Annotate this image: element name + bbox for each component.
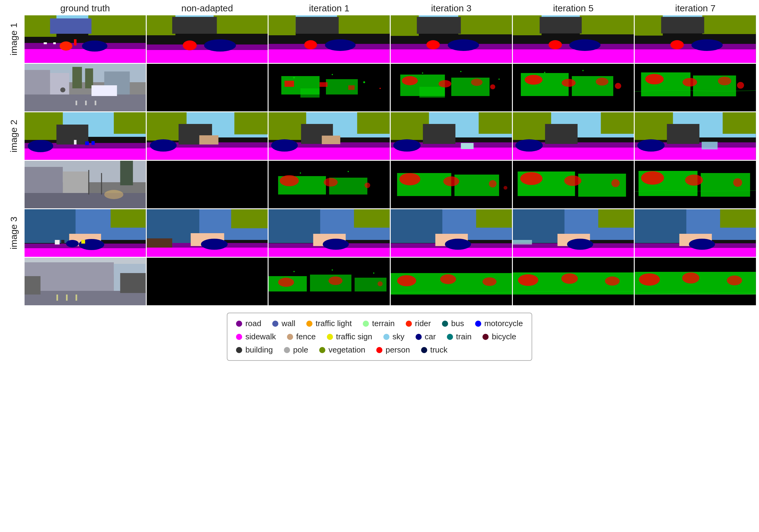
legend-row-2: sidewalk fence traffic sign sky car trai…: [236, 332, 523, 341]
svg-rect-24: [337, 15, 390, 34]
img1-iter7-seg: [635, 15, 756, 63]
svg-rect-109: [74, 140, 76, 144]
svg-rect-48: [702, 15, 756, 34]
row-label-image1: image 1: [9, 23, 19, 56]
svg-point-244: [332, 269, 333, 271]
svg-rect-12: [147, 15, 175, 35]
svg-point-17: [204, 39, 236, 52]
svg-point-53: [671, 40, 684, 49]
svg-point-168: [489, 180, 497, 187]
svg-rect-119: [268, 112, 306, 140]
svg-point-251: [518, 274, 538, 286]
svg-point-240: [278, 278, 294, 287]
img2-iter7-seg: [635, 112, 756, 160]
legend-item-vegetation: vegetation: [319, 345, 365, 355]
image3-seg-row: [24, 209, 756, 257]
legend-dot-motorcycle: [475, 321, 481, 327]
svg-rect-15: [147, 49, 268, 63]
svg-rect-215: [598, 209, 634, 228]
svg-rect-181: [24, 209, 75, 243]
svg-point-245: [373, 272, 375, 274]
legend-dot-road: [236, 321, 242, 327]
legend-item-bicycle: bicycle: [482, 332, 516, 341]
svg-point-6: [82, 41, 107, 52]
legend-dot-fence: [287, 334, 293, 340]
svg-point-155: [104, 190, 123, 199]
svg-point-98: [718, 77, 731, 85]
svg-point-161: [365, 182, 371, 188]
img3-iter7-error: [635, 258, 756, 305]
svg-point-85: [499, 79, 499, 80]
svg-rect-56: [50, 73, 69, 95]
svg-point-162: [300, 172, 301, 174]
svg-rect-125: [322, 135, 340, 144]
svg-rect-50: [635, 49, 756, 63]
img1-iter1-seg: [268, 15, 390, 63]
legend-dot-bus: [442, 321, 448, 327]
svg-rect-143: [723, 112, 756, 134]
img1-nonadapt-seg: [147, 15, 268, 63]
img1-iter3-seg: [391, 15, 512, 63]
img3-iter7-seg: [635, 209, 756, 257]
legend-dot-traffic-light: [306, 321, 312, 327]
legend-item-wall: wall: [272, 319, 295, 328]
legend-row-3: building pole vegetation person truck: [236, 345, 523, 355]
img2-gt-seg: [24, 112, 146, 160]
svg-point-29: [304, 40, 317, 49]
svg-rect-139: [545, 124, 578, 144]
svg-point-116: [150, 139, 177, 152]
legend-item-traffic-sign: traffic sign: [327, 332, 372, 341]
legend-item-bus: bus: [442, 319, 464, 328]
legend-item-motorcycle: motorcycle: [475, 319, 523, 328]
svg-rect-33: [417, 17, 461, 34]
img2-iter5-seg: [513, 112, 634, 160]
side-labels: image 1 image 2 image 3: [3, 15, 24, 305]
col-header-iter7: iteration 7: [635, 3, 756, 14]
img3-iter1-error: [268, 258, 390, 305]
svg-rect-108: [92, 141, 95, 145]
svg-rect-68: [300, 88, 319, 97]
svg-point-252: [561, 273, 578, 284]
svg-point-205: [323, 239, 349, 250]
svg-point-75: [380, 88, 381, 89]
svg-point-44: [569, 39, 600, 51]
svg-rect-2: [88, 15, 146, 35]
svg-rect-9: [53, 42, 56, 44]
svg-rect-59: [72, 67, 82, 88]
svg-point-7: [60, 41, 72, 51]
svg-rect-131: [423, 124, 456, 144]
img3-iter3-error: [391, 258, 512, 305]
svg-point-187: [66, 240, 79, 247]
svg-rect-233: [66, 294, 67, 301]
image2-error-row: [24, 161, 756, 208]
svg-rect-156: [120, 161, 133, 185]
svg-rect-70: [319, 82, 328, 87]
svg-point-242: [378, 281, 383, 286]
svg-rect-39: [513, 15, 541, 35]
svg-rect-133: [461, 143, 474, 149]
img3-iter5-error: [513, 258, 634, 305]
svg-point-79: [402, 76, 418, 85]
legend-dot-bicycle: [482, 334, 489, 340]
svg-point-93: [582, 70, 583, 71]
svg-rect-152: [24, 193, 146, 208]
svg-rect-64: [85, 101, 87, 105]
svg-rect-201: [354, 209, 390, 228]
svg-rect-47: [635, 15, 662, 36]
svg-point-20: [168, 42, 170, 44]
legend-item-truck: truck: [421, 345, 448, 355]
legend-item-car: car: [416, 332, 436, 341]
legend-dot-person: [376, 347, 382, 353]
legend-container: road wall traffic light terrain rider bu…: [227, 313, 532, 361]
legend-dot-rider: [406, 321, 412, 327]
svg-rect-105: [57, 125, 88, 144]
legend-dot-sky: [383, 334, 389, 340]
svg-rect-3: [50, 19, 92, 34]
legend-row-1: road wall traffic light terrain rider bu…: [236, 319, 523, 328]
svg-rect-69: [285, 81, 294, 87]
svg-rect-87: [572, 76, 613, 96]
svg-rect-10: [74, 39, 76, 45]
legend-dot-car: [416, 334, 422, 340]
img2-iter3-seg: [391, 112, 512, 160]
img2-nonadapt-seg: [147, 112, 268, 160]
